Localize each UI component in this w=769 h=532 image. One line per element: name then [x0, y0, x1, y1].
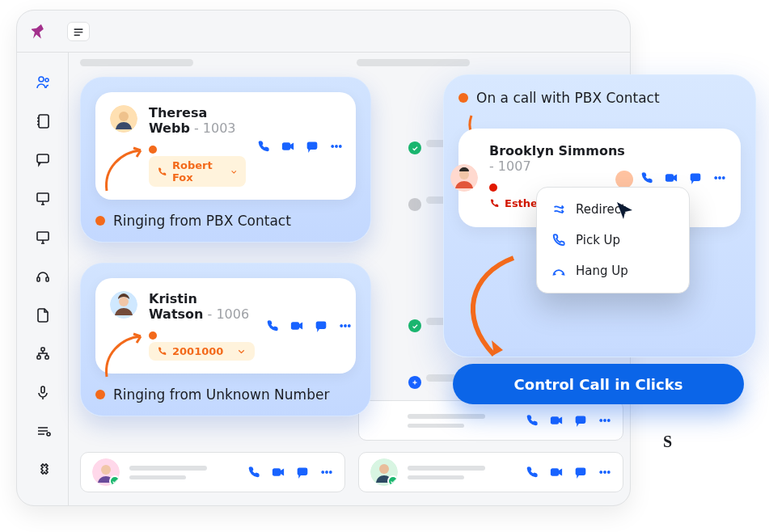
caller-chip[interactable]: Robert Fox [149, 156, 246, 187]
card-annotation: Ringing from Unknown Number [95, 386, 356, 403]
topbar [17, 11, 630, 53]
annotation-text: Ringing from Unknown Number [113, 386, 329, 403]
app-logo [30, 21, 51, 42]
contact-row[interactable] [358, 400, 623, 441]
card-ringing-unknown: Kristin Watson - 1006 2001000 [80, 263, 371, 416]
skeleton-lines [408, 466, 516, 479]
video-icon[interactable] [665, 171, 678, 184]
annotation-text: On a call with PBX Contact [476, 90, 660, 106]
sidebar-item-people[interactable] [32, 70, 54, 93]
call-icon[interactable] [526, 466, 539, 479]
call-icon[interactable] [247, 466, 260, 479]
status-pip [408, 198, 421, 211]
skeleton-lines [129, 466, 238, 479]
contact-card[interactable]: Kristin Watson - 1006 2001000 [95, 278, 356, 374]
sidebar-item-doc[interactable] [32, 303, 54, 326]
sidebar-item-org[interactable] [32, 342, 54, 365]
annotation-dot [95, 390, 105, 399]
contact-ext: - 1006 [208, 306, 250, 322]
hangup-icon [551, 264, 566, 278]
menu-item-pickup[interactable]: Pick Up [542, 225, 684, 255]
chevron-down-icon [230, 167, 239, 177]
sidebar-item-chat[interactable] [32, 148, 54, 171]
presence-badge-online [109, 475, 120, 486]
contact-row[interactable] [358, 452, 623, 492]
annotation-text: Ringing from PBX Contact [113, 213, 291, 229]
video-icon[interactable] [281, 140, 294, 153]
sidebar-item-contacts[interactable] [32, 109, 54, 132]
avatar [110, 105, 137, 133]
sidebar-item-recent[interactable] [32, 420, 54, 442]
contact-ext: - 1003 [194, 120, 236, 136]
contact-card[interactable]: Brooklyn Simmons - 1007 Esther Howard [458, 129, 741, 227]
call-icon[interactable] [640, 171, 653, 184]
sidebar-item-mic[interactable] [32, 381, 54, 403]
skeleton [357, 59, 470, 66]
more-icon[interactable] [339, 319, 352, 332]
card-annotation: On a call with PBX Contact [458, 90, 741, 106]
annotation-dot [95, 216, 105, 226]
chat-icon[interactable] [315, 319, 327, 332]
chat-icon[interactable] [574, 414, 587, 427]
hover-highlight [615, 171, 633, 188]
video-icon[interactable] [290, 319, 303, 332]
more-icon[interactable] [598, 414, 611, 427]
caller-chip[interactable]: 2001000 [149, 342, 255, 361]
chat-icon[interactable] [574, 466, 587, 479]
sidebar-item-monitor-b[interactable] [32, 226, 54, 248]
sidebar-item-extension[interactable] [32, 458, 54, 481]
phone-icon [551, 233, 566, 247]
skeleton [80, 59, 193, 66]
more-icon[interactable] [320, 466, 333, 479]
decorative-mark: S [663, 433, 672, 451]
menu-item-label: Hang Up [576, 264, 628, 278]
status-pip-online [408, 141, 421, 154]
video-icon[interactable] [550, 466, 563, 479]
card-on-call: On a call with PBX Contact Brooklyn Simm… [443, 74, 756, 357]
skeleton-lines [408, 414, 516, 428]
annotation-dot [458, 93, 468, 103]
cta-banner[interactable]: Control Call in Clicks [453, 364, 744, 404]
presence-badge-online [387, 475, 398, 486]
chevron-down-icon [236, 346, 247, 357]
contact-row[interactable] [80, 452, 345, 492]
call-icon[interactable] [266, 319, 279, 332]
card-annotation: Ringing from PBX Contact [95, 213, 356, 229]
contact-ext: - 1007 [489, 158, 531, 174]
phone-icon [157, 167, 167, 177]
call-icon[interactable] [526, 414, 539, 427]
contact-card[interactable]: Theresa Webb - 1003 Robert Fox [95, 92, 356, 200]
chat-icon[interactable] [296, 466, 309, 479]
call-icon[interactable] [257, 140, 270, 153]
caller-number: 2001000 [172, 345, 223, 357]
avatar [370, 458, 398, 486]
menu-toggle-button[interactable] [67, 22, 90, 41]
sidebar-item-monitor-a[interactable] [32, 187, 54, 209]
sidebar [17, 53, 69, 505]
status-pip-add [408, 376, 421, 389]
contact-name: Kristin Watson [149, 291, 203, 322]
cta-label: Control Call in Clicks [514, 376, 683, 393]
caller-name: Robert Fox [172, 159, 225, 184]
more-icon[interactable] [330, 140, 343, 153]
phone-icon [157, 346, 167, 357]
status-dot-ringing [149, 331, 157, 340]
call-actions-menu: Redirect Pick Up Hang Up [536, 187, 690, 293]
video-icon[interactable] [272, 466, 285, 479]
status-dot-oncall [489, 184, 497, 192]
phone-icon [489, 198, 500, 209]
menu-item-hangup[interactable]: Hang Up [542, 255, 684, 286]
redirect-icon [551, 202, 566, 217]
menu-item-redirect[interactable]: Redirect [542, 194, 684, 225]
more-icon[interactable] [713, 171, 726, 184]
avatar [370, 407, 398, 434]
more-icon[interactable] [598, 466, 611, 479]
avatar [110, 291, 137, 319]
avatar [450, 164, 478, 192]
sidebar-item-headset[interactable] [32, 264, 54, 287]
video-icon[interactable] [550, 414, 563, 427]
contact-name: Brooklyn Simmons [489, 143, 625, 158]
chat-icon[interactable] [689, 171, 702, 184]
avatar [92, 458, 120, 486]
chat-icon[interactable] [306, 140, 319, 153]
